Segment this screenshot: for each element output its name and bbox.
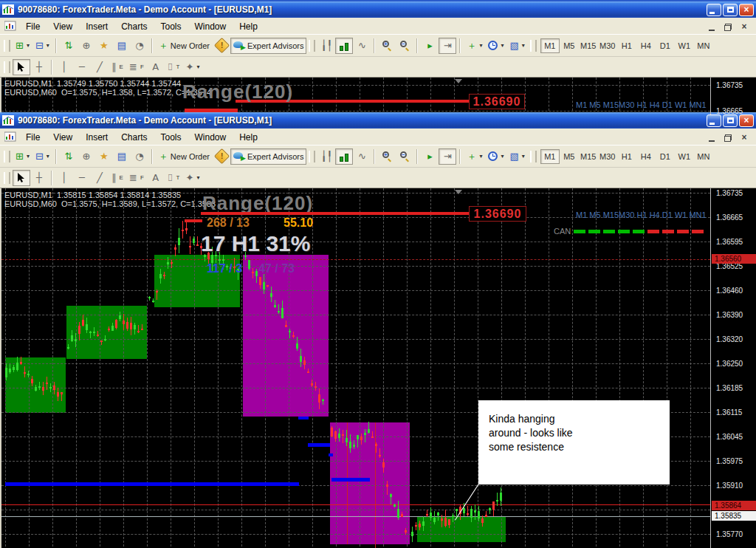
text-button[interactable]: A (147, 59, 165, 75)
zoom-out-button[interactable]: − (396, 148, 413, 165)
timeframe-m5[interactable]: M5 (560, 149, 579, 164)
chart-area[interactable]: EURUSD,M1 1.35815 1.35854 1.35814 1.3583… (0, 188, 756, 548)
new-order-button[interactable]: ＋New Order (156, 148, 213, 165)
cursor-button[interactable] (13, 59, 30, 75)
periods-button[interactable]: ▾ (485, 148, 506, 165)
menu-insert[interactable]: Insert (79, 20, 114, 33)
crosshair-button[interactable]: ┼ (30, 59, 48, 75)
timeframe-m1[interactable]: M1 (540, 149, 560, 164)
vline-button[interactable]: │ (55, 170, 73, 186)
terminal-button[interactable]: ▤ (113, 38, 131, 54)
timeframe-m5[interactable]: M5 (560, 38, 579, 53)
history-center-button[interactable]: ★ (95, 38, 113, 54)
alerts-button[interactable]: ! (213, 38, 230, 54)
menu-window[interactable]: Window (188, 131, 233, 144)
timeframe-m1[interactable]: M1 (540, 38, 560, 53)
close-button[interactable]: × (739, 114, 754, 127)
new-order-button[interactable]: ＋New Order (156, 38, 213, 54)
bar-chart-button[interactable]: ╽╿ (317, 148, 335, 165)
expert-advisors-button[interactable]: ▶Expert Advisors (230, 38, 306, 54)
text-button[interactable]: A (147, 170, 165, 186)
zoom-in-button[interactable]: + (378, 38, 396, 54)
crosshair-button[interactable]: ┼ (30, 170, 48, 186)
line-chart-button[interactable]: ∿ (353, 148, 371, 165)
vline-button[interactable]: │ (55, 59, 73, 75)
mdi-close-icon[interactable]: × (738, 131, 750, 142)
minimize-button[interactable] (707, 114, 721, 127)
new-chart-button[interactable]: ⊞▾ (13, 148, 32, 165)
menu-help[interactable]: Help (233, 20, 264, 33)
menu-tools[interactable]: Tools (154, 131, 188, 144)
navigator-button[interactable]: ⊕ (78, 38, 95, 54)
timeframe-h4[interactable]: H4 (636, 38, 656, 53)
label-button[interactable]: ⌷T (165, 170, 183, 186)
chart-profiles-button[interactable]: ⊟▾ (32, 148, 52, 165)
timeframe-m30[interactable]: M30 (598, 38, 617, 53)
mdi-restore-icon[interactable] (722, 131, 734, 142)
timeframe-d1[interactable]: D1 (656, 149, 675, 164)
maximize-button[interactable] (723, 114, 738, 127)
chart-profiles-button[interactable]: ⊟▾ (32, 38, 52, 54)
cursor-button[interactable] (13, 170, 30, 186)
menu-view[interactable]: View (47, 20, 79, 33)
mdi-minimize-icon[interactable] (706, 21, 718, 31)
line-chart-button[interactable]: ∿ (353, 38, 371, 54)
timeframe-mn[interactable]: MN (694, 38, 713, 53)
market-watch-button[interactable]: ⇅ (60, 148, 78, 165)
periods-button[interactable]: ▾ (485, 38, 506, 54)
menu-help[interactable]: Help (233, 131, 264, 144)
timeframe-m15[interactable]: M15 (579, 149, 598, 164)
fibonacci-button[interactable]: ≣F (126, 170, 147, 186)
timeframe-d1[interactable]: D1 (656, 38, 675, 53)
indicators-button[interactable]: ＋▾ (464, 38, 485, 54)
arrows-button[interactable]: ✦▾ (183, 59, 203, 75)
new-chart-button[interactable]: ⊞▾ (13, 38, 32, 54)
indicators-button[interactable]: ＋▾ (464, 148, 485, 165)
menu-charts[interactable]: Charts (114, 131, 154, 144)
chart-shift-button[interactable]: ⇥ (439, 148, 456, 165)
menu-window[interactable]: Window (188, 20, 233, 33)
timeframe-w1[interactable]: W1 (675, 38, 694, 53)
fibonacci-button[interactable]: ≣F (126, 59, 147, 75)
alerts-button[interactable]: ! (213, 148, 230, 165)
timeframe-m30[interactable]: M30 (598, 149, 617, 164)
zoom-in-button[interactable]: + (378, 148, 396, 165)
templates-button[interactable]: ▧▾ (506, 148, 527, 165)
timeframe-h4[interactable]: H4 (636, 149, 656, 164)
annotation-box[interactable]: Kinda hanging around - looks like some r… (478, 400, 670, 484)
close-button[interactable]: × (739, 4, 754, 16)
mdi-minimize-icon[interactable] (706, 131, 718, 142)
templates-button[interactable]: ▧▾ (506, 38, 527, 54)
channel-button[interactable]: ∥E (109, 170, 126, 186)
menu-view[interactable]: View (47, 131, 79, 144)
menu-insert[interactable]: Insert (79, 131, 114, 144)
timeframe-mn[interactable]: MN (694, 149, 713, 164)
market-watch-button[interactable]: ⇅ (60, 38, 78, 54)
navigator-button[interactable]: ⊕ (78, 148, 95, 165)
candlestick-button[interactable] (335, 38, 353, 54)
mdi-restore-icon[interactable] (722, 21, 734, 31)
strategy-tester-button[interactable]: ◔ (131, 38, 148, 54)
mdi-close-icon[interactable]: × (738, 21, 750, 31)
bar-chart-button[interactable]: ╽╿ (317, 38, 335, 54)
terminal-button[interactable]: ▤ (113, 148, 131, 165)
timeframe-h1[interactable]: H1 (617, 149, 636, 164)
label-button[interactable]: ⌷T (165, 59, 183, 75)
expert-advisors-button[interactable]: ▶Expert Advisors (230, 148, 306, 165)
timeframe-h1[interactable]: H1 (617, 38, 636, 53)
timeframe-w1[interactable]: W1 (675, 149, 694, 164)
candlestick-button[interactable] (335, 148, 353, 165)
autoscroll-button[interactable]: ▸ (421, 38, 439, 54)
timeframe-m15[interactable]: M15 (579, 38, 598, 53)
trendline-button[interactable]: ╱ (91, 59, 109, 75)
strategy-tester-button[interactable]: ◔ (131, 148, 148, 165)
menu-file[interactable]: File (19, 131, 47, 144)
hline-button[interactable]: ─ (73, 170, 91, 186)
titlebar[interactable]: 90078680: ForexTrader.Meta - Demo Accoun… (0, 112, 756, 129)
channel-button[interactable]: ∥E (109, 59, 126, 75)
trendline-button[interactable]: ╱ (91, 170, 109, 186)
minimize-button[interactable] (707, 4, 721, 16)
titlebar[interactable]: 90078680: ForexTrader.Meta - Demo Accoun… (0, 1, 756, 18)
hline-button[interactable]: ─ (73, 59, 91, 75)
zoom-out-button[interactable]: − (396, 38, 413, 54)
